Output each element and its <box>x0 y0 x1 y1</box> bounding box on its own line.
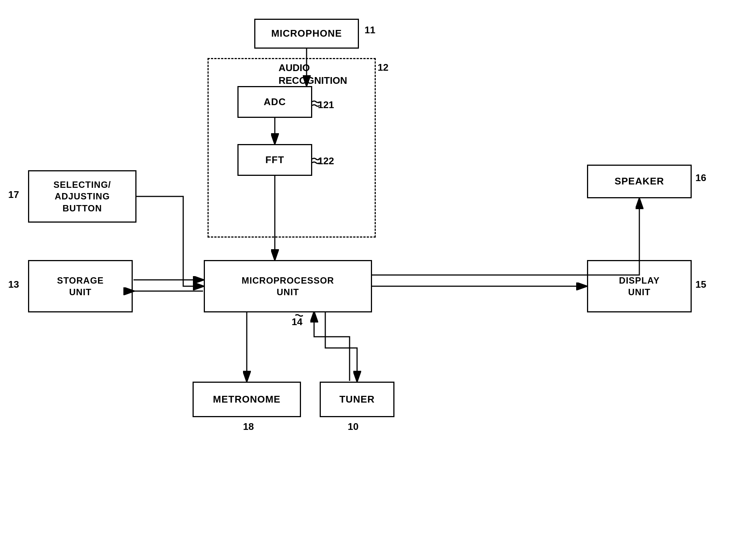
microprocessor-block: MICROPROCESSORUNIT <box>204 260 372 312</box>
ref-18: 18 <box>243 421 254 433</box>
ref-16: 16 <box>695 172 706 184</box>
fft-block: FFT <box>237 144 312 176</box>
ref-121: 121 <box>318 99 334 111</box>
ref-11: 11 <box>365 24 375 36</box>
selecting-block: SELECTING/ADJUSTINGBUTTON <box>28 170 136 223</box>
ref-14: 14 <box>292 316 302 328</box>
microphone-block: MICROPHONE <box>254 19 359 49</box>
diagram: MICROPHONE 11 AUDIORECOGNITIONUNIT 12 AD… <box>0 0 756 547</box>
speaker-block: SPEAKER <box>587 165 692 198</box>
ref-15: 15 <box>695 279 706 290</box>
ref-12: 12 <box>378 62 388 73</box>
tuner-block: TUNER <box>320 382 394 417</box>
storage-block: STORAGEUNIT <box>28 260 133 312</box>
ref-17: 17 <box>8 189 19 201</box>
ref-10: 10 <box>348 421 359 433</box>
adc-block: ADC <box>237 86 312 118</box>
display-block: DISPLAYUNIT <box>587 260 692 312</box>
metronome-block: METRONOME <box>193 382 301 417</box>
ref-122: 122 <box>318 155 334 167</box>
ref-13: 13 <box>8 279 19 290</box>
